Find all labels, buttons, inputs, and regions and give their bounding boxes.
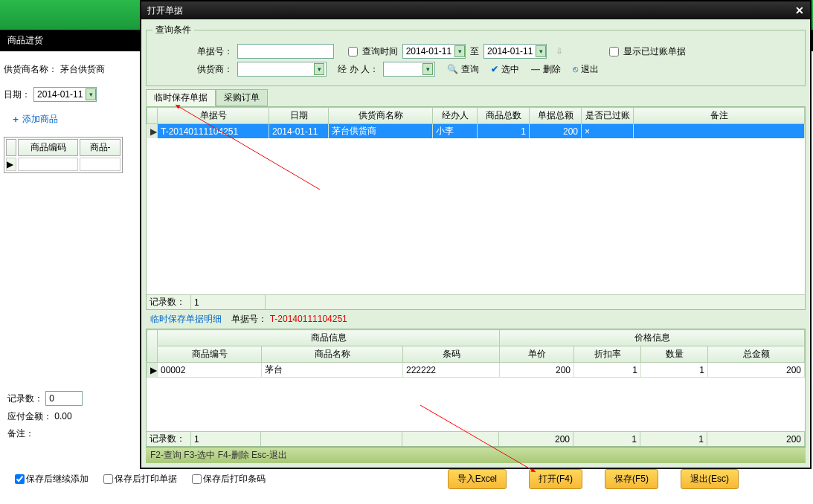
records-value — [45, 391, 83, 406]
table-row[interactable]: ▶ 00002 茅台 222222 200 1 1 200 — [147, 363, 805, 378]
refresh-icon[interactable]: ⇩ — [556, 46, 563, 56]
statusbar: F2-查询 F3-选中 F4-删除 Esc-退出 — [146, 447, 806, 463]
door-icon: ⎋ — [573, 64, 578, 74]
supplier-value: 茅台供货商 — [60, 63, 105, 76]
chevron-down-icon[interactable]: ▾ — [314, 63, 324, 75]
detail-billno: T-20140111104251 — [270, 314, 347, 324]
billno-input[interactable] — [237, 44, 334, 59]
note-label: 备注： — [7, 428, 34, 439]
close-icon[interactable]: ✕ — [795, 4, 804, 16]
date-input[interactable]: 2014-01-11▾ — [33, 87, 97, 102]
supplier-label: 供货商名称： — [4, 63, 57, 76]
query-fieldset: 查询条件 单据号： 查询时间 2014-01-11▾ 至 2014-01-11▾… — [146, 24, 806, 86]
delete-button[interactable]: —删除 — [531, 63, 561, 76]
d-records-value: 1 — [191, 432, 261, 446]
query-legend: 查询条件 — [152, 24, 194, 36]
showposted-checkbox[interactable] — [609, 47, 619, 56]
save-button[interactable]: 保存(F5) — [605, 469, 658, 489]
cb-print-bill[interactable]: 保存后打印单据 — [103, 473, 177, 485]
handler-label: 经 办 人： — [338, 63, 379, 76]
chevron-down-icon[interactable]: ▾ — [422, 63, 433, 75]
records-value: 1 — [191, 295, 266, 309]
exit-dlg-button[interactable]: ⎋退出 — [573, 63, 599, 76]
querytime-label: 查询时间 — [362, 45, 398, 58]
bills-grid[interactable]: 单据号 日期 供货商名称 经办人 商品总数 单据总额 是否已过账 备注 ▶ T-… — [146, 106, 806, 310]
billno-label: 单据号： — [197, 45, 233, 58]
chevron-down-icon[interactable]: ▾ — [86, 88, 96, 100]
to-label: 至 — [470, 45, 479, 58]
chevron-down-icon[interactable]: ▾ — [454, 45, 465, 57]
date-label: 日期： — [4, 88, 30, 101]
tab-purchase-orders[interactable]: 采购订单 — [216, 89, 268, 106]
supplier-q-label: 供货商： — [197, 63, 233, 76]
cb-continue[interactable]: 保存后继续添加 — [15, 473, 89, 485]
minus-icon: — — [531, 64, 540, 74]
exit-button[interactable]: 退出(Esc) — [681, 469, 739, 489]
import-excel-button[interactable]: 导入Excel — [448, 469, 507, 489]
handler-select[interactable]: ▾ — [383, 62, 435, 77]
tab-temp-bills[interactable]: 临时保存单据 — [146, 89, 216, 106]
table-row[interactable]: ▶ T-20140111104251 2014-01-11 茅台供货商 小李 1… — [147, 124, 805, 139]
supplier-select[interactable]: ▾ — [237, 62, 327, 77]
chevron-down-icon[interactable]: ▾ — [536, 45, 546, 57]
pay-value: 0.00 — [54, 411, 71, 421]
pay-label: 应付金额： — [7, 411, 52, 421]
open-button[interactable]: 打开(F4) — [529, 469, 582, 489]
date-to[interactable]: 2014-01-11▾ — [483, 44, 547, 59]
plus-icon: ＋ — [11, 114, 20, 124]
check-icon: ✔ — [491, 64, 498, 74]
select-button[interactable]: ✔选中 — [491, 63, 519, 76]
showposted-label: 显示已过账单据 — [623, 45, 686, 58]
mini-grid: 商品编码商品- ▶ — [4, 137, 123, 173]
query-button[interactable]: 🔍查询 — [447, 63, 479, 76]
detail-grid[interactable]: 商品信息 价格信息 商品编号 商品名称 条码 单价 折扣率 数量 总金额 ▶ 0… — [146, 329, 806, 447]
d-records-label: 记录数： — [147, 432, 191, 446]
detail-title: 临时保存单据明细 — [150, 314, 222, 324]
detail-billno-label: 单据号： — [231, 314, 267, 324]
dialog-title: 打开单据 — [147, 4, 183, 17]
date-from[interactable]: 2014-01-11▾ — [402, 44, 466, 59]
querytime-checkbox[interactable] — [348, 47, 358, 56]
cb-print-barcode[interactable]: 保存后打印条码 — [192, 473, 266, 485]
open-bill-dialog: 打开单据 ✕ 查询条件 单据号： 查询时间 2014-01-11▾ 至 2014… — [140, 0, 812, 469]
search-icon: 🔍 — [447, 64, 458, 74]
records-label: 记录数： — [147, 295, 191, 309]
add-product-link[interactable]: ＋ 添加商品 — [11, 113, 130, 126]
records-label: 记录数： — [7, 393, 43, 404]
